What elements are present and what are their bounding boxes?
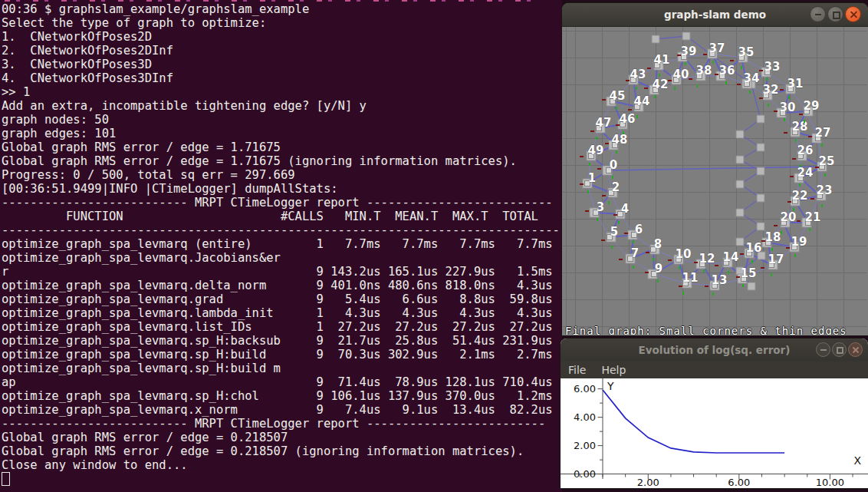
node-label: 46 [620, 112, 636, 126]
maximize-button[interactable] [832, 342, 847, 357]
node-label: 34 [744, 71, 760, 85]
node-label: 29 [804, 99, 820, 113]
close-button[interactable] [848, 342, 863, 357]
red-mark [668, 259, 672, 261]
green-mark [611, 246, 613, 249]
red-mark [602, 195, 606, 196]
menu-item-file[interactable]: File [568, 364, 586, 376]
node-label: 43 [630, 68, 646, 81]
maximize-button[interactable] [827, 6, 843, 22]
initial-graph-node [652, 35, 659, 43]
tightening-edge [609, 167, 822, 170]
y-axis-label: Y [607, 380, 614, 392]
node-label: 9 [655, 262, 663, 276]
green-mark [703, 269, 705, 272]
node-label: 40 [673, 68, 689, 81]
x-tick-label: 6.00 [728, 477, 750, 488]
node-label: 15 [741, 266, 757, 280]
red-mark [736, 276, 740, 278]
node-label: 6 [635, 223, 643, 236]
node-label: 10 [676, 247, 692, 261]
window-title: graph-slam demo [664, 8, 766, 21]
red-mark [759, 97, 763, 99]
graphslam-window[interactable]: graph-slam demo 012345678910111213141516… [562, 3, 868, 335]
red-mark [585, 210, 589, 212]
x-tick-label: 2.00 [637, 477, 659, 488]
red-mark [668, 80, 672, 81]
green-mark [742, 284, 744, 287]
node-label: 24 [797, 166, 814, 180]
green-mark [696, 84, 698, 88]
initial-graph-node [736, 238, 744, 246]
node-label: 22 [792, 189, 808, 203]
node-label: 27 [815, 126, 831, 140]
red-mark [737, 84, 741, 85]
error-plot-figure[interactable]: 2.006.0010.000.002.004.006.00YX [561, 378, 868, 488]
node-label: 39 [681, 45, 697, 58]
red-mark [792, 158, 796, 160]
green-mark [749, 91, 751, 94]
node-label: 38 [696, 64, 712, 78]
green-mark [804, 120, 805, 123]
red-mark [759, 70, 763, 71]
green-mark [636, 115, 638, 118]
red-mark [810, 198, 814, 200]
graph-canvas[interactable]: 0123456789101112131415161718192021222324… [563, 27, 867, 335]
red-mark [605, 143, 609, 144]
node-label: 36 [719, 64, 735, 78]
green-mark [612, 176, 613, 179]
red-mark [580, 156, 584, 157]
green-mark [633, 240, 634, 243]
node-label: 48 [612, 133, 628, 147]
red-mark [715, 74, 718, 75]
green-mark [800, 164, 801, 167]
initial-graph-node [736, 156, 744, 163]
green-mark [682, 292, 684, 295]
red-mark [628, 109, 632, 111]
node-label: 4 [621, 202, 629, 216]
red-mark [689, 78, 692, 80]
red-mark [787, 201, 791, 203]
graph-legend: Final graph: Small corners & thin edges … [565, 299, 847, 335]
green-mark [821, 144, 823, 147]
node-label: 47 [596, 116, 612, 130]
plot-titlebar[interactable]: Evolution of log(sq. error) [561, 338, 868, 362]
red-mark [590, 130, 594, 132]
menu-item-help[interactable]: Help [601, 364, 626, 376]
node-label: 45 [610, 89, 626, 103]
initial-graph-node [736, 209, 744, 216]
red-mark [715, 265, 718, 266]
red-mark [645, 272, 649, 273]
plot-window[interactable]: Evolution of log(sq. error) File Help 2.… [561, 338, 868, 488]
node-label: 30 [780, 101, 796, 114]
window-title: Evolution of log(sq. error) [639, 344, 791, 356]
green-mark [741, 66, 742, 69]
node-label: 14 [723, 250, 739, 264]
red-mark [602, 99, 606, 101]
node-label: 42 [653, 78, 669, 91]
node-label: 33 [764, 60, 781, 74]
terminal-previous-line-fragment [5, 0, 541, 2]
x-tick-label: 10.00 [816, 477, 844, 488]
terminal-window[interactable]: 00:36 $ graphslam_example/graphslam_exam… [0, 0, 562, 492]
node-label: 17 [768, 253, 784, 266]
node-label: 1 [588, 171, 596, 185]
minimize-button[interactable] [816, 342, 830, 357]
green-mark [824, 173, 826, 177]
green-mark [589, 163, 590, 166]
green-mark [728, 271, 729, 274]
green-mark [608, 201, 610, 204]
graphslam-titlebar[interactable]: graph-slam demo [562, 3, 868, 27]
red-mark [601, 239, 605, 241]
red-mark [644, 88, 648, 89]
red-mark [784, 132, 787, 134]
green-mark [794, 254, 796, 257]
node-label: 18 [765, 230, 781, 244]
red-mark [730, 60, 734, 61]
minimize-button[interactable] [810, 6, 826, 22]
node-label: 16 [746, 241, 762, 255]
close-button[interactable] [845, 6, 861, 22]
graph-figure: 0123456789101112131415161718192021222324… [563, 27, 867, 335]
node-label: 19 [791, 235, 807, 249]
red-mark [646, 252, 649, 253]
